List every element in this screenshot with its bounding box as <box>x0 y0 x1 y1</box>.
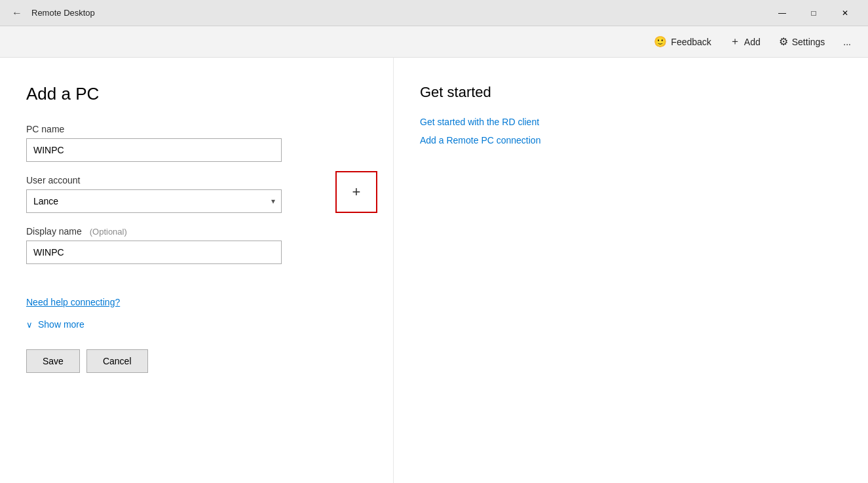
add-user-button[interactable]: + <box>335 171 377 213</box>
user-account-select-wrapper: Lance ▾ <box>26 189 282 213</box>
pc-name-input[interactable] <box>26 138 282 162</box>
titlebar: ← Remote Desktop — □ ✕ <box>0 0 868 26</box>
add-button[interactable]: ＋ Add <box>723 31 767 52</box>
get-started-title: Get started <box>420 84 842 101</box>
back-button[interactable]: ← <box>8 4 26 22</box>
user-account-label: User account <box>26 175 80 185</box>
settings-icon: ⚙ <box>779 35 788 48</box>
toolbar: 🙂 Feedback ＋ Add ⚙ Settings ... <box>0 26 868 58</box>
display-name-group: Display name (Optional) <box>26 226 367 264</box>
settings-label: Settings <box>792 37 825 47</box>
display-name-input[interactable] <box>26 241 282 264</box>
page-title: Add a PC <box>26 84 367 104</box>
pc-name-label: PC name <box>26 124 367 134</box>
feedback-icon: 🙂 <box>654 35 667 48</box>
more-button[interactable]: ... <box>837 33 858 51</box>
show-more-toggle[interactable]: ∨ Show more <box>26 319 367 330</box>
close-button[interactable]: ✕ <box>830 3 860 23</box>
app-title: Remote Desktop <box>31 8 767 18</box>
display-name-label: Display name (Optional) <box>26 226 367 237</box>
pc-name-group: PC name <box>26 124 367 162</box>
user-account-select[interactable]: Lance <box>26 189 282 213</box>
user-account-header: User account + <box>26 175 367 185</box>
buttons-row: Save Cancel <box>26 349 367 373</box>
settings-button[interactable]: ⚙ Settings <box>772 31 832 52</box>
help-link[interactable]: Need help connecting? <box>26 297 120 307</box>
form-section: Add a PC PC name User account + Lance ▾ <box>0 58 393 483</box>
add-user-icon: + <box>352 184 361 201</box>
get-started-rd-link[interactable]: Get started with the RD client <box>420 117 842 127</box>
add-icon: ＋ <box>730 35 740 48</box>
window-controls: — □ ✕ <box>767 3 860 23</box>
add-label: Add <box>744 37 761 47</box>
maximize-button[interactable]: □ <box>799 3 829 23</box>
more-label: ... <box>843 37 851 47</box>
chevron-down-icon: ∨ <box>26 320 33 330</box>
user-account-section: User account + Lance ▾ <box>26 175 367 213</box>
optional-label: (Optional) <box>90 227 127 237</box>
show-more-label: Show more <box>38 319 85 330</box>
feedback-button[interactable]: 🙂 Feedback <box>647 31 717 52</box>
right-panel: Get started Get started with the RD clie… <box>393 58 868 483</box>
save-button[interactable]: Save <box>26 349 80 373</box>
feedback-label: Feedback <box>671 37 711 47</box>
cancel-button[interactable]: Cancel <box>86 349 148 373</box>
minimize-button[interactable]: — <box>767 3 797 23</box>
add-remote-pc-link[interactable]: Add a Remote PC connection <box>420 135 842 145</box>
main-content: Add a PC PC name User account + Lance ▾ <box>0 58 868 483</box>
